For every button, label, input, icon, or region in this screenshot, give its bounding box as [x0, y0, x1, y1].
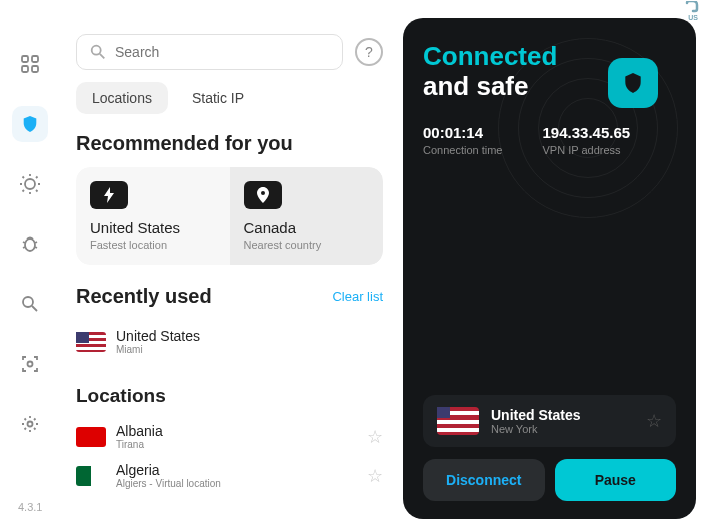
svg-line-10: [23, 177, 25, 179]
loc-name: Albania: [116, 423, 357, 439]
clear-list-link[interactable]: Clear list: [332, 289, 383, 304]
svg-line-16: [35, 242, 37, 243]
location-item[interactable]: Albania Tirana ☆: [76, 417, 383, 456]
shield-badge-icon: [608, 58, 658, 108]
nav-settings-icon[interactable]: [12, 406, 48, 442]
svg-line-12: [23, 190, 25, 192]
connection-time-stat: 00:01:14 Connection time: [423, 124, 503, 156]
svg-point-14: [25, 239, 35, 251]
current-connection-card[interactable]: United States New York ☆: [423, 395, 676, 447]
svg-rect-1: [22, 56, 28, 62]
conn-country: United States: [491, 407, 634, 423]
rec-sub: Fastest location: [90, 239, 216, 251]
loc-name: United States: [116, 328, 383, 344]
svg-line-17: [23, 247, 25, 248]
search-input[interactable]: [76, 34, 343, 70]
favorite-star-icon[interactable]: ☆: [367, 426, 383, 448]
favorite-star-icon[interactable]: ☆: [367, 465, 383, 487]
flag-al-icon: [76, 427, 106, 447]
svg-line-11: [36, 177, 38, 179]
svg-point-21: [28, 362, 33, 367]
nav-bug-icon[interactable]: [12, 226, 48, 262]
svg-point-23: [92, 46, 101, 55]
rec-sub: Nearest country: [244, 239, 370, 251]
tabs: Locations Static IP: [76, 82, 383, 114]
search-icon: [89, 43, 107, 61]
rec-name: United States: [90, 219, 216, 236]
recent-title: Recently used: [76, 285, 212, 308]
lightning-icon: [90, 181, 128, 209]
recommended-title: Recommended for you: [76, 132, 383, 155]
svg-line-13: [36, 190, 38, 192]
search-field[interactable]: [115, 44, 330, 60]
svg-rect-3: [22, 66, 28, 72]
nav-shield-icon[interactable]: [12, 106, 48, 142]
svg-line-20: [32, 306, 37, 311]
pin-icon: [244, 181, 282, 209]
recommended-cards: United States Fastest location Canada Ne…: [76, 167, 383, 265]
rec-card-fastest[interactable]: United States Fastest location: [76, 167, 230, 265]
main-content: ? Locations Static IP Recommended for yo…: [60, 14, 399, 529]
loc-sub: Miami: [116, 344, 383, 355]
svg-line-15: [23, 242, 25, 243]
svg-point-22: [28, 422, 33, 427]
locations-title: Locations: [76, 385, 383, 407]
nav-search-icon[interactable]: [12, 286, 48, 322]
connection-panel: Connected and safe 00:01:14 Connection t…: [403, 18, 696, 519]
location-item[interactable]: Algeria Algiers - Virtual location ☆: [76, 456, 383, 495]
help-icon[interactable]: ?: [355, 38, 383, 66]
sidebar: [0, 14, 60, 529]
rec-card-nearest[interactable]: Canada Nearest country: [230, 167, 384, 265]
svg-text:US: US: [688, 14, 698, 21]
svg-rect-4: [32, 66, 38, 72]
tab-locations[interactable]: Locations: [76, 82, 168, 114]
loc-name: Algeria: [116, 462, 357, 478]
favorite-star-icon[interactable]: ☆: [646, 410, 662, 432]
svg-line-24: [100, 54, 105, 59]
svg-rect-2: [32, 56, 38, 62]
pause-button[interactable]: Pause: [555, 459, 677, 501]
svg-point-19: [23, 297, 33, 307]
loc-sub: Algiers - Virtual location: [116, 478, 357, 489]
recent-item[interactable]: United States Miami: [76, 322, 383, 361]
corner-badge: US: [682, 0, 704, 22]
version-label: 4.3.1: [18, 501, 42, 513]
flag-us-icon: [76, 332, 106, 352]
loc-sub: Tirana: [116, 439, 357, 450]
conn-city: New York: [491, 423, 634, 435]
disconnect-button[interactable]: Disconnect: [423, 459, 545, 501]
flag-dz-icon: [76, 466, 106, 486]
nav-dashboard-icon[interactable]: [12, 46, 48, 82]
rec-name: Canada: [244, 219, 370, 236]
svg-point-5: [25, 179, 35, 189]
svg-line-18: [35, 247, 37, 248]
flag-us-icon: [437, 407, 479, 435]
tab-static-ip[interactable]: Static IP: [176, 82, 260, 114]
nav-scan-icon[interactable]: [12, 346, 48, 382]
nav-alert-icon[interactable]: [12, 166, 48, 202]
